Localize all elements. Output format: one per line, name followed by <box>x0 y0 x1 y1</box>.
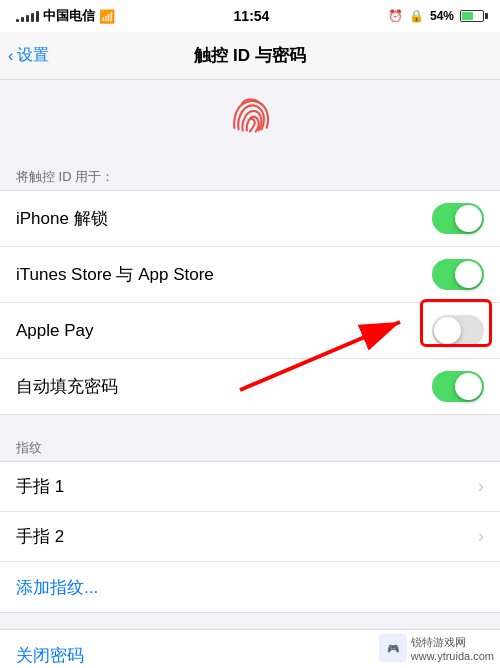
battery-percent: 54% <box>430 9 454 23</box>
section-label: 将触控 ID 用于： <box>0 160 500 190</box>
itunes-toggle[interactable] <box>432 259 484 290</box>
itunes-knob <box>455 261 482 288</box>
spacer-1 <box>0 415 500 431</box>
signal-bar-2 <box>21 17 24 22</box>
watermark-text: 锐特游戏网 www.ytruida.com <box>411 635 494 662</box>
iphone-unlock-toggle[interactable] <box>432 203 484 234</box>
signal-bar-5 <box>36 11 39 22</box>
watermark: 🎮 锐特游戏网 www.ytruida.com <box>379 634 494 662</box>
finger2-label: 手指 2 <box>16 525 64 548</box>
status-bar: 中国电信 📶 11:54 ⏰ 🔒 54% <box>0 0 500 32</box>
settings-group: iPhone 解锁 iTunes Store 与 App Store Apple… <box>0 190 500 415</box>
signal-bar-3 <box>26 15 29 22</box>
iphone-unlock-label: iPhone 解锁 <box>16 207 108 230</box>
iphone-unlock-knob <box>455 205 482 232</box>
finger2-chevron-icon: › <box>478 526 484 547</box>
finger1-label: 手指 1 <box>16 475 64 498</box>
apple-pay-knob <box>434 317 461 344</box>
itunes-row: iTunes Store 与 App Store <box>0 247 500 303</box>
autofill-knob <box>455 373 482 400</box>
status-left: 中国电信 📶 <box>16 7 115 25</box>
finger1-chevron-icon: › <box>478 476 484 497</box>
apple-pay-toggle[interactable] <box>432 315 484 346</box>
finger1-row[interactable]: 手指 1 › <box>0 462 500 512</box>
wifi-icon: 📶 <box>99 9 115 24</box>
autofill-label: 自动填充密码 <box>16 375 118 398</box>
page-title: 触控 ID 与密码 <box>194 44 305 67</box>
signal-bar-4 <box>31 13 34 22</box>
back-button[interactable]: ‹ 设置 <box>8 45 49 66</box>
spacer-2 <box>0 613 500 629</box>
add-finger-row[interactable]: 添加指纹... <box>0 562 500 612</box>
back-label: 设置 <box>17 45 49 66</box>
fingerprint-icon <box>224 94 276 146</box>
carrier-label: 中国电信 <box>43 7 95 25</box>
add-finger-label: 添加指纹... <box>16 576 98 599</box>
apple-pay-label: Apple Pay <box>16 321 94 341</box>
signal-bars <box>16 10 39 22</box>
battery-fill <box>462 12 473 20</box>
alarm-icon: ⏰ <box>388 9 403 23</box>
autofill-row: 自动填充密码 <box>0 359 500 414</box>
autofill-toggle[interactable] <box>432 371 484 402</box>
watermark-brand: 锐特游戏网 <box>411 635 494 650</box>
battery-icon <box>460 10 484 22</box>
close-password-label: 关闭密码 <box>16 644 84 667</box>
iphone-unlock-row: iPhone 解锁 <box>0 191 500 247</box>
finger2-row[interactable]: 手指 2 › <box>0 512 500 562</box>
lock-icon: 🔒 <box>409 9 424 23</box>
apple-pay-row: Apple Pay <box>0 303 500 359</box>
status-time: 11:54 <box>234 8 270 24</box>
itunes-label: iTunes Store 与 App Store <box>16 263 214 286</box>
watermark-icon: 🎮 <box>379 634 407 662</box>
status-right: ⏰ 🔒 54% <box>388 9 484 23</box>
fingerprint-group: 手指 1 › 手指 2 › 添加指纹... <box>0 461 500 613</box>
signal-bar-1 <box>16 19 19 22</box>
watermark-site: www.ytruida.com <box>411 650 494 662</box>
fingerprint-section-label: 指纹 <box>0 431 500 461</box>
back-chevron-icon: ‹ <box>8 47 13 65</box>
fingerprint-section <box>0 80 500 160</box>
nav-bar: ‹ 设置 触控 ID 与密码 <box>0 32 500 80</box>
